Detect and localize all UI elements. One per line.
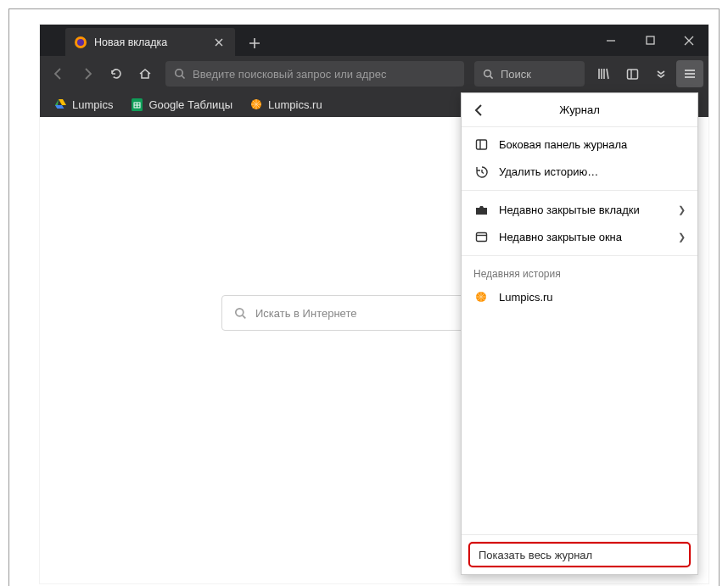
panel-header: Журнал	[462, 93, 697, 127]
panel-title: Журнал	[462, 103, 697, 116]
chevron-right-icon: ❯	[678, 204, 686, 215]
window-controls	[591, 25, 708, 56]
search-placeholder: Поиск	[501, 68, 531, 81]
separator	[462, 190, 697, 191]
bookmark-lumpics-ru[interactable]: Lumpics.ru	[243, 94, 329, 114]
back-button[interactable]	[45, 60, 72, 87]
bookmark-google-sheets[interactable]: Google Таблицы	[123, 94, 239, 114]
new-tab-button[interactable]	[242, 31, 267, 56]
sidebar-button[interactable]	[619, 60, 646, 87]
firefox-icon	[74, 36, 87, 49]
screenshot-frame: Новая вкладка Введите поисковый запрос и…	[8, 8, 720, 586]
orange-icon	[249, 98, 263, 111]
bookmark-label: Lumpics.ru	[268, 98, 322, 111]
menu-item-clear-history[interactable]: Удалить историю…	[462, 158, 697, 185]
home-button[interactable]	[132, 60, 159, 87]
panel-footer: Показать весь журнал	[462, 534, 697, 574]
nav-toolbar: Введите поисковый запрос или адрес Поиск	[40, 56, 708, 92]
drive-icon	[53, 98, 67, 111]
tab-strip: Новая вкладка	[40, 25, 591, 56]
menu-item-label: Боковая панель журнала	[499, 138, 627, 151]
menu-item-label: Удалить историю…	[499, 165, 598, 178]
browser-window: Новая вкладка Введите поисковый запрос и…	[40, 25, 708, 583]
menu-item-sidebar[interactable]: Боковая панель журнала	[462, 131, 697, 158]
overflow-button[interactable]	[647, 60, 675, 87]
sidebar-icon	[473, 137, 489, 152]
menu-button[interactable]	[676, 60, 703, 87]
sheets-icon	[130, 98, 143, 111]
svg-point-9	[236, 308, 244, 315]
forward-button[interactable]	[74, 60, 101, 87]
search-bar[interactable]: Поиск	[474, 61, 585, 87]
url-bar[interactable]: Введите поисковый запрос или адрес	[165, 61, 464, 87]
menu-item-label: Недавно закрытые вкладки	[499, 204, 640, 216]
show-all-label: Показать весь журнал	[479, 549, 592, 561]
minimize-button[interactable]	[591, 25, 630, 56]
tab-close-button[interactable]	[211, 35, 227, 50]
panel-back-button[interactable]	[462, 93, 496, 127]
recent-item-label: Lumpics.ru	[499, 291, 553, 304]
menu-item-closed-tabs[interactable]: Недавно закрытые вкладки ❯	[462, 196, 697, 223]
svg-rect-2	[647, 36, 654, 44]
recent-history-item[interactable]: Lumpics.ru	[462, 283, 697, 310]
library-button[interactable]	[590, 60, 617, 87]
bookmark-label: Google Таблицы	[148, 98, 232, 111]
search-icon	[174, 68, 186, 80]
bookmark-label: Lumpics	[72, 98, 113, 111]
tab-active[interactable]: Новая вкладка	[65, 28, 235, 56]
newtab-search-placeholder: Искать в Интернете	[255, 307, 356, 320]
close-window-button[interactable]	[669, 25, 708, 56]
svg-rect-11	[476, 232, 486, 241]
menu-item-closed-windows[interactable]: Недавно закрытые окна ❯	[462, 223, 697, 250]
tab-title: Новая вкладка	[94, 36, 204, 48]
search-icon	[234, 307, 247, 320]
svg-point-1	[77, 39, 84, 46]
url-placeholder: Введите поисковый запрос или адрес	[193, 68, 386, 81]
panel-body: Боковая панель журнала Удалить историю… …	[462, 127, 697, 534]
svg-point-3	[176, 70, 182, 76]
svg-rect-5	[627, 70, 637, 79]
history-panel: Журнал Боковая панель журнала Удалить ис…	[461, 92, 698, 575]
menu-item-label: Недавно закрытые окна	[499, 231, 622, 243]
history-icon	[473, 164, 489, 179]
titlebar: Новая вкладка	[40, 25, 708, 56]
chevron-right-icon: ❯	[678, 232, 686, 243]
maximize-button[interactable]	[630, 25, 669, 56]
reload-button[interactable]	[103, 60, 130, 87]
search-icon	[483, 69, 494, 80]
show-all-history-button[interactable]: Показать весь журнал	[468, 542, 691, 567]
window-icon	[473, 229, 489, 244]
recent-history-heading: Недавняя история	[462, 261, 697, 283]
bookmark-lumpics[interactable]: Lumpics	[47, 94, 120, 114]
separator	[462, 255, 697, 256]
svg-point-4	[484, 70, 491, 76]
svg-rect-10	[476, 140, 486, 149]
tab-icon	[473, 202, 489, 217]
orange-icon	[473, 289, 489, 304]
